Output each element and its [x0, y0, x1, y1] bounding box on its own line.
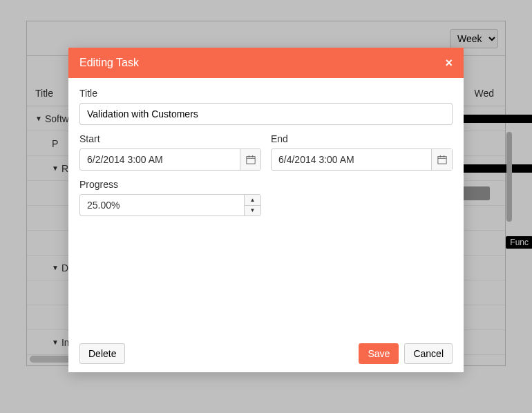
svg-rect-4	[437, 157, 446, 164]
cancel-button[interactable]: Cancel	[404, 343, 453, 364]
progress-input[interactable]: 25.00% ▲ ▼	[79, 194, 261, 216]
dialog-footer: Delete Save Cancel	[68, 335, 464, 372]
spin-down-icon[interactable]: ▼	[245, 206, 260, 216]
end-label: End	[271, 133, 453, 144]
spin-up-icon[interactable]: ▲	[245, 195, 260, 206]
calendar-icon[interactable]	[240, 149, 260, 170]
progress-label: Progress	[79, 179, 261, 190]
delete-button[interactable]: Delete	[79, 343, 125, 364]
progress-value: 25.00%	[87, 200, 120, 211]
start-label: Start	[79, 133, 261, 144]
edit-task-dialog: Editing Task × Title Start 6/2/2014 3:00…	[68, 48, 464, 372]
start-datetime-input[interactable]: 6/2/2014 3:00 AM	[79, 148, 261, 171]
start-value: 6/2/2014 3:00 AM	[87, 154, 163, 165]
calendar-icon[interactable]	[431, 149, 452, 170]
title-input[interactable]	[79, 103, 453, 125]
progress-spinner: ▲ ▼	[244, 195, 260, 215]
svg-rect-0	[246, 157, 254, 164]
close-icon[interactable]: ×	[445, 56, 453, 70]
end-datetime-input[interactable]: 6/4/2014 3:00 AM	[271, 148, 453, 171]
dialog-body: Title Start 6/2/2014 3:00 AM End 6/4/201…	[68, 78, 464, 234]
dialog-header: Editing Task ×	[68, 48, 464, 78]
dialog-title: Editing Task	[79, 57, 139, 69]
title-label: Title	[79, 88, 453, 99]
save-button[interactable]: Save	[359, 343, 399, 364]
end-value: 6/4/2014 3:00 AM	[278, 154, 354, 165]
